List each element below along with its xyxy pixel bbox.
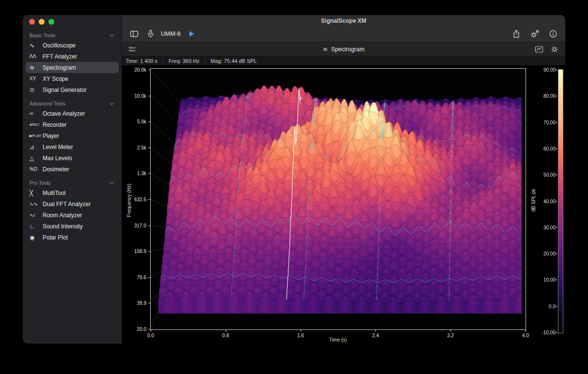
- tick-mark: [556, 227, 557, 228]
- colorbar-tick-label: 0.0: [537, 303, 556, 309]
- x-axis-tick-label: 0.8: [222, 333, 229, 338]
- sidebar-item-label: FFT Analyzer: [43, 53, 77, 60]
- fft-analyzer-icon: ΛΛ: [30, 54, 43, 59]
- dual-fft-analyzer-icon: ∿∿: [30, 201, 43, 207]
- tick-mark: [301, 330, 301, 332]
- y-axis: 20.0k10.0k5.0k2.5k1.3k632.5317.0158.979.…: [122, 66, 150, 344]
- sidebar-item-dual-fft-analyzer[interactable]: ∿∿Dual FFT Analyzer: [26, 198, 119, 209]
- tool-list: Basic Tools ∿OscilloscopeΛΛFFT Analyzer≋…: [23, 27, 122, 243]
- recorder-icon: ●REC: [30, 122, 43, 127]
- y-axis-tick-label: 317.0: [122, 223, 146, 228]
- tick-mark: [151, 330, 151, 332]
- polar-plot-icon: ◉: [30, 234, 43, 241]
- share-icon: [512, 30, 521, 38]
- play-icon: [188, 30, 195, 37]
- sidebar-item-player[interactable]: ▶PLAYPlayer: [26, 130, 119, 141]
- desktop: Basic Tools ∿OscilloscopeΛΛFFT Analyzer≋…: [0, 0, 588, 374]
- input-device-button[interactable]: [146, 30, 155, 38]
- x-axis-tick-label: 1.6: [297, 333, 304, 338]
- tick-mark: [226, 330, 226, 332]
- sidebar-item-fft-analyzer[interactable]: ΛΛFFT Analyzer: [26, 51, 119, 62]
- sidebar-item-label: Polar Plot: [43, 234, 68, 241]
- share-button[interactable]: [512, 30, 521, 38]
- colorbar-tick-label: -10.00: [537, 330, 556, 335]
- minimize-button[interactable]: [39, 19, 45, 25]
- dosimeter-icon: %D: [30, 166, 43, 172]
- sidebar-item-octave-analyzer[interactable]: ılılOctave Analyzer: [26, 108, 119, 119]
- window-title: SignalScope XM: [321, 17, 366, 24]
- sidebar-item-label: Spectrogram: [43, 64, 76, 71]
- info-button[interactable]: [549, 30, 557, 38]
- sidebar-item-label: Octave Analyzer: [43, 110, 85, 117]
- sidebar-item-sound-intensity[interactable]: ∟Sound Intensity: [26, 221, 119, 232]
- play-button[interactable]: [188, 30, 195, 37]
- sidebar-item-label: XY Scope: [43, 75, 68, 82]
- close-button[interactable]: [29, 19, 35, 25]
- sidebar-item-oscilloscope[interactable]: ∿Oscilloscope: [26, 40, 119, 51]
- tick-mark: [526, 330, 526, 332]
- tick-mark: [556, 70, 557, 70]
- sidebar-toggle-icon: [130, 30, 139, 38]
- colorbar-tick-label: 70.00: [537, 120, 556, 125]
- sidebar-toggle-button[interactable]: [130, 30, 139, 38]
- y-axis-tick-label: 632.5: [122, 197, 146, 202]
- y-axis-tick-label: 39.9: [122, 300, 146, 306]
- colorbar-tick-label: 10.00: [537, 277, 556, 283]
- sidebar-item-room-analyzer[interactable]: ∿ıRoom Analyzer: [26, 209, 119, 221]
- sidebar-item-recorder[interactable]: ●RECRecorder: [26, 119, 119, 130]
- y-axis-tick-label: 20.0k: [122, 67, 146, 73]
- section-header-advanced-tools[interactable]: Advanced Tools: [26, 99, 119, 108]
- tick-mark: [375, 330, 376, 332]
- chevron-down-icon: [110, 180, 114, 184]
- y-axis-tick-label: 79.6: [122, 274, 146, 280]
- gears-icon: [530, 29, 540, 39]
- multitool-icon: ╳: [30, 190, 43, 196]
- view-settings-button[interactable]: [550, 45, 559, 54]
- window-titlebar[interactable]: SignalScope XM: [122, 15, 565, 26]
- y-axis-tick-label: 5.0k: [122, 119, 146, 124]
- room-analyzer-icon: ∿ı: [30, 212, 43, 218]
- sidebar-item-level-meter[interactable]: ⊿Level Meter: [26, 141, 119, 152]
- sidebar-item-multitool[interactable]: ╳MultiTool: [26, 187, 119, 198]
- main-panel: SignalScope XM UMM-6: [122, 15, 565, 344]
- x-axis-title: Time (s): [329, 337, 347, 343]
- octave-analyzer-icon: ılıl: [30, 111, 43, 116]
- zoom-button[interactable]: [48, 19, 54, 25]
- app-window: Basic Tools ∿OscilloscopeΛΛFFT Analyzer≋…: [23, 15, 565, 344]
- sidebar-item-label: Room Analyzer: [43, 212, 82, 219]
- sidebar-item-label: Player: [43, 133, 59, 139]
- view-title-label: Spectrogram: [331, 46, 365, 53]
- waveform-view-button[interactable]: [128, 45, 137, 54]
- device-label[interactable]: UMM-6: [161, 30, 181, 37]
- sidebar-item-label: Signal Generator: [43, 87, 87, 93]
- colorbar-title: dB SPL pk: [531, 189, 536, 212]
- tick-mark: [556, 122, 557, 123]
- waveform-icon: [128, 45, 137, 54]
- info-icon: [549, 30, 557, 38]
- section-label: Basic Tools: [30, 32, 55, 38]
- sidebar-item-polar-plot[interactable]: ◉Polar Plot: [26, 232, 119, 243]
- sidebar-item-spectrogram[interactable]: ≋Spectrogram: [26, 62, 119, 73]
- sidebar-item-label: Dosimeter: [43, 166, 69, 173]
- sidebar-item-xy-scope[interactable]: XYXY Scope: [26, 73, 119, 84]
- tick-mark: [556, 175, 557, 175]
- tick-mark: [556, 280, 557, 280]
- spectrogram-canvas[interactable]: [151, 69, 526, 329]
- sidebar-item-signal-generator[interactable]: ⊙Signal Generator: [26, 84, 119, 95]
- sidebar-item-label: MultiTool: [43, 190, 65, 196]
- spectrogram-icon: ≋: [323, 46, 328, 53]
- colorbar-tick-label: 20.00: [537, 251, 556, 256]
- toolbar-right-group: [512, 29, 557, 39]
- chevron-down-icon: [110, 101, 114, 105]
- sidebar-item-label: Recorder: [43, 121, 66, 128]
- cursor-readout-bar: Time: 1.400 s Freq: 360 Hz Mag: 75.44 dB…: [122, 57, 565, 66]
- max-levels-icon: △: [30, 155, 43, 162]
- sidebar-item-max-levels[interactable]: △Max Levels: [26, 152, 119, 164]
- section-header-pro-tools[interactable]: Pro Tools: [26, 178, 119, 187]
- y-axis-tick-label: 158.9: [122, 249, 146, 254]
- sidebar-item-dosimeter[interactable]: %DDosimeter: [26, 164, 119, 175]
- chart-options-button[interactable]: [535, 45, 543, 54]
- sidebar: Basic Tools ∿OscilloscopeΛΛFFT Analyzer≋…: [23, 15, 122, 344]
- advanced-settings-button[interactable]: [530, 29, 540, 39]
- section-header-basic-tools[interactable]: Basic Tools: [26, 30, 119, 40]
